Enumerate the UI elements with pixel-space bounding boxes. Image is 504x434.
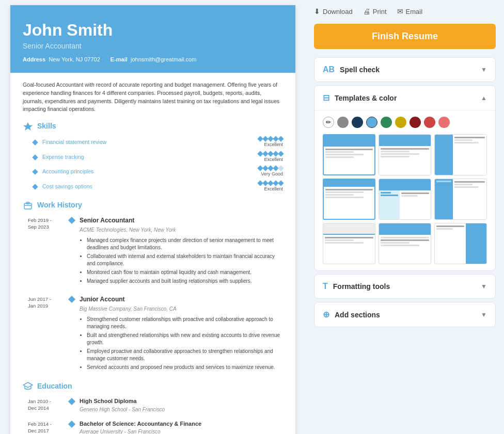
spell-check-header[interactable]: AB Spell check ▼ bbox=[314, 58, 495, 82]
print-link[interactable]: 🖨 Print bbox=[363, 7, 387, 15]
work-bullet: Managed supplier accounts and built last… bbox=[87, 278, 283, 285]
work-content: Junior AccountBig Massive Company, San F… bbox=[80, 295, 283, 373]
work-entry: Jun 2017 -Jan 2019Junior AccountBig Mass… bbox=[23, 295, 283, 373]
download-icon: ⬇ bbox=[314, 7, 320, 15]
edu-content: High School DiplomaGenerio High School -… bbox=[80, 397, 283, 413]
address-value: New York, NJ 07702 bbox=[49, 56, 100, 62]
green-swatch[interactable] bbox=[381, 117, 392, 128]
skill-dot bbox=[32, 184, 38, 189]
formatting-tools-header[interactable]: T Formatting tools ▼ bbox=[314, 275, 495, 298]
skill-name: Cost savings options bbox=[42, 183, 258, 191]
skill-diamonds bbox=[258, 137, 283, 141]
yellow-swatch[interactable] bbox=[395, 117, 406, 128]
education-entry: Jan 2010 -Dec 2014High School DiplomaGen… bbox=[23, 397, 283, 413]
add-sections-header-left: ⊕ Add sections bbox=[323, 310, 380, 319]
skill-name: Financial statement review bbox=[42, 138, 258, 147]
download-link[interactable]: ⬇ Download bbox=[314, 7, 353, 15]
skill-dot bbox=[32, 140, 38, 146]
salmon-swatch[interactable] bbox=[438, 117, 450, 128]
resume-name: John Smith bbox=[23, 21, 283, 40]
skill-rating: Excellent bbox=[258, 137, 283, 149]
template-9[interactable] bbox=[434, 223, 487, 264]
download-label: Download bbox=[323, 8, 353, 15]
resume-panel: John Smith Senior Accountant Address New… bbox=[0, 0, 306, 434]
work-bullet: Built and strengthened relationships wit… bbox=[87, 332, 283, 346]
templates-header-left: ⊟ Templates & color bbox=[323, 93, 397, 103]
education-list: Jan 2010 -Dec 2014High School DiplomaGen… bbox=[23, 397, 283, 434]
skill-level: Very Good bbox=[261, 171, 283, 178]
templates-card: ⊟ Templates & color ▲ ✏ bbox=[314, 85, 496, 271]
work-bullets: Managed complex finance projects under d… bbox=[80, 237, 283, 285]
spell-check-card: AB Spell check ▼ bbox=[314, 57, 496, 82]
address-label: Address bbox=[23, 56, 45, 62]
work-section-title: Work History bbox=[23, 200, 283, 211]
darkred-swatch[interactable] bbox=[410, 117, 421, 128]
skill-level: Excellent bbox=[264, 186, 283, 193]
finish-resume-button[interactable]: Finish Resume bbox=[314, 24, 496, 49]
skill-diamonds bbox=[258, 181, 283, 185]
work-bullets: Strengthened customer relationships with… bbox=[80, 316, 283, 371]
work-company: ACME Technologies, New York, New York bbox=[80, 226, 283, 234]
custom-color-swatch[interactable]: ✏ bbox=[323, 117, 334, 128]
email-action-label: Email bbox=[406, 8, 423, 15]
work-icon bbox=[23, 200, 33, 211]
diamond bbox=[278, 151, 284, 156]
work-bullet: Employed proactive and collaborative app… bbox=[87, 348, 283, 362]
skill-row: Financial statement reviewExcellent bbox=[23, 137, 283, 149]
edu-school: Generio High School - San Francisco bbox=[80, 406, 283, 413]
add-sections-label: Add sections bbox=[335, 311, 380, 319]
work-bullet: Monitored cash flow to maintain optimal … bbox=[87, 269, 283, 276]
skills-list: Financial statement reviewExcellentExpen… bbox=[23, 137, 283, 192]
template-grid bbox=[323, 134, 487, 264]
edu-dot bbox=[68, 398, 75, 405]
template-3[interactable] bbox=[434, 134, 487, 175]
formatting-tools-header-left: T Formatting tools bbox=[323, 282, 390, 291]
work-date: Jun 2017 -Jan 2019 bbox=[28, 295, 64, 373]
svg-marker-0 bbox=[23, 122, 33, 131]
lightblue-swatch[interactable] bbox=[366, 117, 377, 128]
add-sections-header[interactable]: ⊕ Add sections ▼ bbox=[314, 302, 495, 327]
skill-row: Expense trackingExcellent bbox=[23, 152, 283, 164]
email-link[interactable]: ✉ Email bbox=[397, 7, 423, 15]
darkblue-swatch[interactable] bbox=[352, 117, 363, 128]
edu-content: Bachelor of Science: Accountancy & Finan… bbox=[80, 420, 283, 435]
skills-title: Skills bbox=[37, 121, 56, 132]
color-swatches: ✏ bbox=[323, 117, 487, 128]
spell-check-header-left: AB Spell check bbox=[323, 65, 380, 74]
gray-swatch[interactable] bbox=[337, 117, 349, 128]
template-7[interactable] bbox=[323, 223, 375, 264]
template-5[interactable] bbox=[379, 179, 431, 220]
work-bullet: Strengthened customer relationships with… bbox=[87, 316, 283, 330]
templates-label: Templates & color bbox=[335, 94, 397, 102]
add-sections-card: ⊕ Add sections ▼ bbox=[314, 302, 496, 327]
template-4[interactable] bbox=[323, 179, 375, 220]
formatting-tools-icon: T bbox=[323, 282, 328, 291]
work-job-title: Junior Account bbox=[80, 295, 283, 304]
template-1[interactable] bbox=[323, 134, 375, 175]
address-field: Address New York, NJ 07702 bbox=[23, 56, 100, 62]
skill-dot bbox=[32, 169, 38, 175]
email-icon: ✉ bbox=[397, 7, 403, 15]
template-2[interactable] bbox=[379, 134, 431, 175]
skill-level: Excellent bbox=[264, 156, 283, 164]
add-sections-icon: ⊕ bbox=[323, 310, 329, 319]
skill-name: Expense tracking bbox=[42, 153, 258, 162]
formatting-tools-chevron: ▼ bbox=[481, 283, 487, 290]
skill-diamonds bbox=[258, 152, 283, 156]
template-8[interactable] bbox=[379, 223, 431, 264]
work-dot-col bbox=[69, 216, 74, 286]
spell-check-chevron: ▼ bbox=[481, 66, 487, 73]
skills-icon bbox=[23, 121, 33, 132]
resume-wrapper: John Smith Senior Accountant Address New… bbox=[10, 5, 295, 434]
templates-icon: ⊟ bbox=[323, 93, 329, 103]
spell-check-label: Spell check bbox=[340, 66, 380, 74]
edu-dot bbox=[68, 420, 75, 427]
work-bullet: Collaborated with internal and external … bbox=[87, 253, 283, 267]
skill-name: Accounting principles bbox=[42, 168, 258, 176]
red-swatch[interactable] bbox=[424, 117, 435, 128]
template-6[interactable] bbox=[434, 179, 487, 220]
skill-level: Excellent bbox=[264, 141, 283, 149]
skill-dot bbox=[32, 154, 38, 160]
diamond bbox=[278, 165, 284, 171]
templates-header[interactable]: ⊟ Templates & color ▲ bbox=[314, 86, 495, 110]
